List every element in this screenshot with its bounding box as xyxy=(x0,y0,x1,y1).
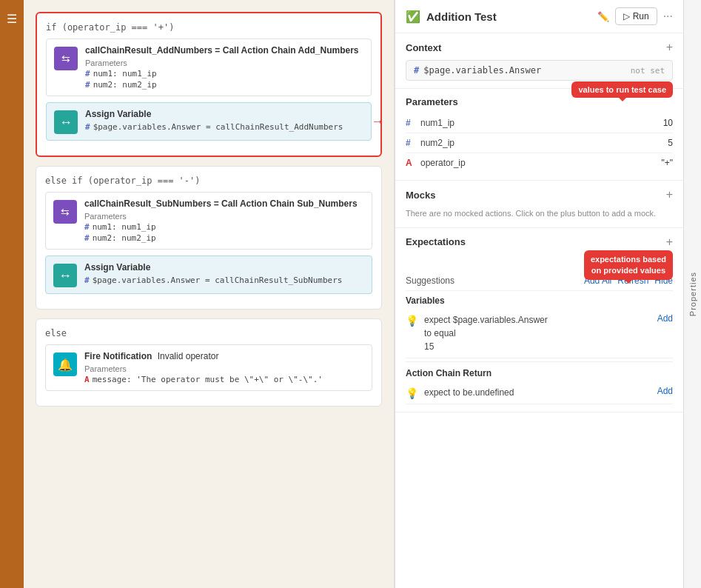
assign-expr-text-2: $page.variables.Answer = callChainResult… xyxy=(93,275,343,285)
expect-value-1: 15 xyxy=(424,341,434,352)
param1-text: num1: num1_ip xyxy=(93,69,157,78)
expect-row-action-chain: 💡 expect to be.undefined Add xyxy=(406,381,673,404)
num2-value: 5 xyxy=(668,138,673,148)
variables-section-title: Variables xyxy=(406,291,673,309)
parameters-title: Parameters xyxy=(406,96,458,107)
param-line-4: # num2: num2_ip xyxy=(84,233,364,243)
expect-variable-name: $page.variables.Answer xyxy=(453,315,548,325)
context-title: Context xyxy=(406,42,441,53)
run-play-icon: ▷ xyxy=(623,11,630,21)
mocks-add-icon[interactable]: + xyxy=(666,188,673,201)
assign-icon-1: ↔ xyxy=(54,110,78,134)
run-label: Run xyxy=(633,11,649,21)
operator-alpha-icon: A xyxy=(406,158,420,168)
assign-block-1: ↔ Assign Variable # $page.variables.Answ… xyxy=(46,102,372,141)
context-add-icon[interactable]: + xyxy=(666,41,673,54)
call-action-block-2: ⇆ callChainResult_SubNumbers = Call Acti… xyxy=(45,192,372,250)
operator-value: "+" xyxy=(661,158,673,168)
num1-hash-icon: # xyxy=(406,118,420,128)
expectations-section: Expectations + expectations basedon prov… xyxy=(395,228,683,412)
rp-header: ✅ Addition Test ✏️ ▷ Run ··· xyxy=(395,0,683,33)
action-chain-section-title: Action Chain Return xyxy=(406,361,673,381)
param4-text: num2: num2_ip xyxy=(93,233,156,243)
param-row-num2: # num2_ip 5 xyxy=(406,133,673,153)
properties-tab-label: Properties xyxy=(688,272,697,316)
parameters-section: Parameters values to run test case # num… xyxy=(395,89,683,181)
add-action-chain-expect-button[interactable]: Add xyxy=(657,386,673,396)
notification-title: Fire Notification Invalid operator xyxy=(84,351,364,361)
num2-name: num2_ip xyxy=(420,138,668,148)
mocks-title: Mocks xyxy=(406,190,435,201)
more-options-icon[interactable]: ··· xyxy=(663,10,673,23)
expect-bulb-icon-1: 💡 xyxy=(406,315,418,327)
operator-name: operator_ip xyxy=(420,158,661,168)
edit-icon[interactable]: ✏️ xyxy=(597,11,609,22)
params-label-2: Parameters xyxy=(84,212,364,221)
properties-tab[interactable]: Properties xyxy=(683,0,701,588)
param-line-3: # num1: num1_ip xyxy=(84,222,364,232)
add-variable-expect-button[interactable]: Add xyxy=(657,313,673,324)
context-not-set: not set xyxy=(631,66,665,76)
message-text: message: 'The operator must be \"+\" or … xyxy=(93,375,323,384)
call-block-title-2: callChainResult_SubNumbers = Call Action… xyxy=(84,198,364,209)
assign-block-2: ↔ Assign Variable # $page.variables.Answ… xyxy=(45,255,372,294)
expect-condition-2: to be.undefined xyxy=(453,387,514,398)
suggestions-label: Suggestions xyxy=(406,275,578,286)
mocks-description: There are no mocked actions. Click on th… xyxy=(406,207,673,220)
num1-value: 10 xyxy=(663,118,673,128)
call-action-block: ⇆ callChainResult_AddNumbers = Call Acti… xyxy=(46,39,372,96)
expect-row-variable: 💡 expect $page.variables.Answer to equal… xyxy=(406,309,673,358)
call-icon-2: ⇆ xyxy=(53,200,77,224)
assign-title-1: Assign Variable xyxy=(85,109,363,119)
expect-action-chain-content: expect to be.undefined xyxy=(424,386,651,399)
context-hash-icon: # xyxy=(414,65,419,76)
num2-hash-icon: # xyxy=(406,138,420,148)
assign-icon-2: ↔ xyxy=(53,264,77,287)
param-row-operator: A operator_ip "+" xyxy=(406,153,673,173)
notification-icon: 🔔 xyxy=(53,353,77,376)
notification-subtitle: Invalid operator xyxy=(158,351,219,361)
context-section: Context + # $page.variables.Answer not s… xyxy=(395,33,683,89)
assign-expr-text-1: $page.variables.Answer = callChainResult… xyxy=(93,122,343,132)
else-condition-label: else xyxy=(45,328,372,338)
right-panel: ✅ Addition Test ✏️ ▷ Run ··· Context + #… xyxy=(395,0,683,588)
param3-text: num1: num1_ip xyxy=(93,222,156,232)
else-section: else 🔔 Fire Notification Invalid operato… xyxy=(36,318,382,407)
assign-expr-2: # $page.variables.Answer = callChainResu… xyxy=(84,275,364,285)
context-variable: $page.variables.Answer xyxy=(423,65,541,76)
rp-title: Addition Test xyxy=(426,10,591,23)
expectations-add-icon[interactable]: + xyxy=(666,235,673,249)
mocks-section: Mocks + There are no mocked actions. Cli… xyxy=(395,181,683,228)
notification-block: 🔔 Fire Notification Invalid operator Par… xyxy=(45,344,372,391)
params-label-3: Parameters xyxy=(84,364,364,373)
if-section: if (operator_ip === '+') ⇆ callChainResu… xyxy=(36,12,382,157)
expectations-title: Expectations xyxy=(406,236,466,247)
menu-icon[interactable]: ☰ xyxy=(7,7,17,30)
expect-variable-content: expect $page.variables.Answer to equal 1… xyxy=(424,313,651,353)
values-annotation-bubble: values to run test case xyxy=(571,81,673,98)
param-line-5: A message: 'The operator must be \"+\" o… xyxy=(84,375,364,384)
expect-prefix-2: expect xyxy=(424,387,453,398)
expectations-annotation-bubble: expectations basedon provided values xyxy=(584,250,673,281)
assign-expr-1: # $page.variables.Answer = callChainResu… xyxy=(85,122,363,132)
else-if-section: else if (operator_ip === '-') ⇆ callChai… xyxy=(36,166,382,310)
expect-condition-1: to equal xyxy=(424,328,456,338)
left-sidebar: ☰ xyxy=(0,0,24,588)
context-row: # $page.variables.Answer not set xyxy=(406,60,673,81)
params-label-1: Parameters xyxy=(85,59,363,67)
call-icon: ⇆ xyxy=(54,47,78,70)
if-condition-label: if (operator_ip === '+') xyxy=(46,22,372,33)
expect-prefix-1: expect xyxy=(424,315,453,325)
param-row-num1: # num1_ip 10 xyxy=(406,113,673,133)
param2-text: num2: num2_ip xyxy=(93,80,157,90)
num1-name: num1_ip xyxy=(420,118,663,128)
canvas-area: if (operator_ip === '+') ⇆ callChainResu… xyxy=(24,0,395,588)
call-block-title: callChainResult_AddNumbers = Call Action… xyxy=(85,45,363,56)
assign-title-2: Assign Variable xyxy=(84,262,364,273)
else-if-condition-label: else if (operator_ip === '-') xyxy=(45,176,372,186)
expect-bulb-icon-2: 💡 xyxy=(406,387,418,399)
param-line-2: # num2: num2_ip xyxy=(85,80,363,90)
check-icon: ✅ xyxy=(406,10,420,24)
connector-arrow: → xyxy=(371,114,384,130)
run-button[interactable]: ▷ Run xyxy=(615,7,657,25)
